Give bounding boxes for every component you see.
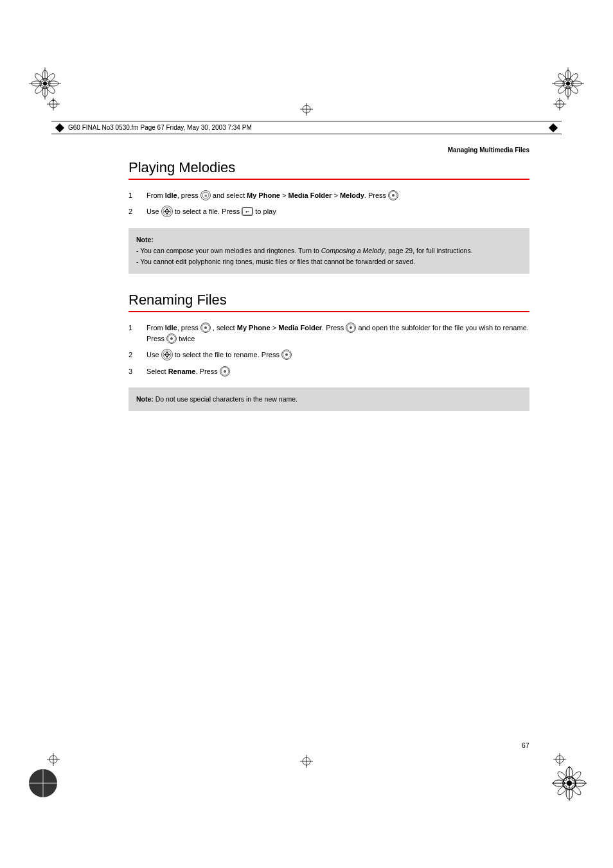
page: G60 FINAL No3 0530.fm Page 67 Friday, Ma… [0,0,613,868]
renaming-files-note: Note: Do not use special characters in t… [129,387,529,411]
svg-marker-52 [164,353,166,356]
playing-melodies-list: 1 From Idle, press ≡ and select My Phone… [129,190,529,218]
ok-button-icon [200,323,211,333]
file-header: G60 FINAL No3 0530.fm Page 67 Friday, Ma… [51,121,562,134]
ok-button-icon [388,190,398,200]
playing-melodies-note: Note: - You can compose your own melodie… [129,228,529,273]
note-line-2: - You cannot edit polyphonic ring tones,… [136,258,415,265]
step-text: Use to select a file. Press ↩ to play [147,206,276,218]
svg-point-40 [166,211,168,213]
corner-ornament-br [552,766,587,804]
step-text: Select Rename. Press [147,366,230,377]
nav-icon-2 [161,349,173,360]
step-number: 2 [129,206,139,218]
step-text: From Idle, press , select My Phone > Med… [147,323,529,344]
svg-point-48 [170,337,173,340]
main-content: Playing Melodies 1 From Idle, press ≡ an… [129,159,529,752]
note-line-1: - You can compose your own melodies and … [136,247,473,254]
step-number: 1 [129,323,139,344]
playing-melodies-section: Playing Melodies 1 From Idle, press ≡ an… [129,159,529,274]
step-text: From Idle, press ≡ and select My Phone >… [147,190,398,201]
corner-ornament-tr [552,67,584,102]
back-button-icon: ↩ [242,207,253,216]
ok-button-icon-2 [346,323,356,333]
renaming-files-list: 1 From Idle, press , select My Phone > M… [129,323,529,377]
svg-marker-50 [166,351,168,353]
renaming-files-title: Renaming Files [129,292,529,312]
svg-marker-37 [166,213,168,215]
svg-marker-51 [166,356,168,358]
reg-mark-tc [300,103,313,118]
ok-button-icon-3 [166,333,177,344]
note-title-2: Note: [136,395,154,403]
ok-button-icon-5 [220,366,230,376]
renaming-files-section: Renaming Files 1 From Idle, press , sele… [129,292,529,411]
list-item: 1 From Idle, press , select My Phone > M… [129,323,529,344]
playing-melodies-title: Playing Melodies [129,159,529,180]
ok-button-icon-4 [281,350,292,360]
list-item: 2 Use to select the file to rename. Pres… [129,350,529,361]
file-header-text: G60 FINAL No3 0530.fm Page 67 Friday, Ma… [68,124,252,131]
svg-point-56 [285,353,288,356]
corner-ornament-bl [26,766,61,804]
reg-mark-tr [553,98,566,113]
svg-point-58 [224,370,226,373]
section-label: Managing Multimedia Files [448,146,529,154]
svg-marker-39 [168,210,170,213]
step-number: 2 [129,350,139,361]
reg-mark-tl [47,98,60,113]
svg-point-46 [350,326,352,329]
nav-icon [161,206,173,217]
svg-text:↩: ↩ [245,209,249,214]
menu-button-icon: ≡ [200,190,211,200]
note-text: Do not use special characters in the new… [155,395,298,403]
header-diamond [55,123,64,132]
step-number: 1 [129,190,139,201]
header-diamond-right [549,123,558,132]
svg-point-34 [392,194,395,197]
list-item: 3 Select Rename. Press [129,366,529,377]
step-number: 3 [129,366,139,377]
note-title: Note: [136,236,154,244]
svg-text:≡: ≡ [204,193,207,198]
svg-point-44 [204,326,207,329]
svg-marker-36 [166,208,168,210]
reg-mark-bc [300,755,313,770]
svg-marker-53 [168,353,170,356]
svg-point-54 [166,353,168,355]
corner-ornament-tl [29,67,61,102]
list-item: 2 Use to select a file. Press ↩ to play [129,206,529,218]
step-text: Use to select the file to rename. Press [147,350,292,361]
svg-marker-38 [164,210,166,213]
page-number: 67 [522,741,529,749]
list-item: 1 From Idle, press ≡ and select My Phone… [129,190,529,201]
